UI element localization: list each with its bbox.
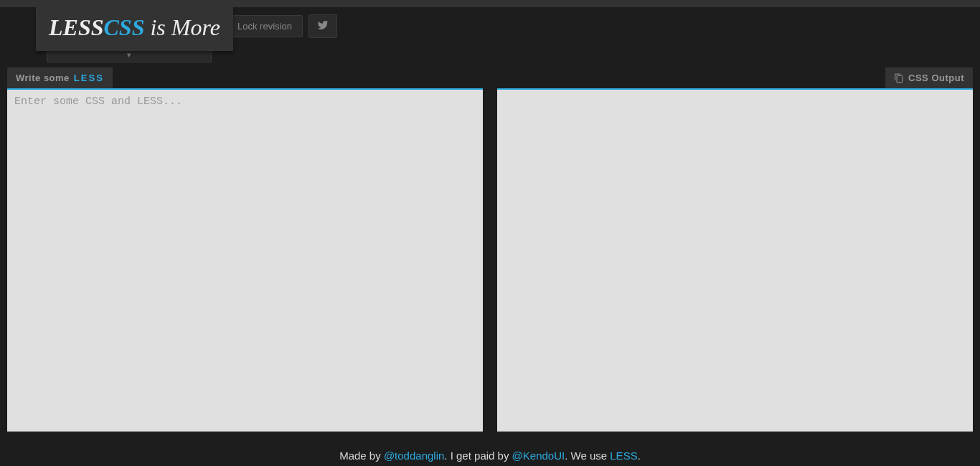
- twitter-icon: [316, 19, 329, 33]
- logo-part-css: CSS: [103, 14, 144, 40]
- logo-part-ismore: is More: [144, 14, 220, 40]
- footer-paid-link[interactable]: @KendoUI: [512, 449, 565, 462]
- twitter-button[interactable]: [308, 14, 337, 38]
- logo-text: LESSCSS is More: [49, 14, 220, 40]
- output-panel-body: [497, 88, 973, 432]
- dropdown-indicator: ▾: [127, 50, 131, 60]
- logo-part-less: LESS: [49, 14, 103, 40]
- less-input[interactable]: [14, 95, 476, 426]
- footer-made-by-text: Made by: [339, 449, 384, 462]
- output-panel: CSS Output: [497, 67, 973, 432]
- top-strip: [0, 0, 980, 7]
- output-panel-header: CSS Output: [885, 67, 973, 88]
- input-panel-header: Write some LESS: [7, 67, 113, 88]
- output-header-label: CSS Output: [908, 73, 964, 83]
- input-header-less: LESS: [74, 73, 104, 83]
- footer-end: .: [638, 449, 641, 462]
- panels-container: Write some LESS CSS Output: [0, 67, 980, 432]
- footer-paid-text: . I get paid by: [444, 449, 512, 462]
- lock-revision-label: Lock revision: [237, 21, 292, 32]
- header-controls: Lock revision: [215, 14, 337, 38]
- footer: Made by @toddanglin. I get paid by @Kend…: [0, 449, 980, 462]
- footer-use-link[interactable]: LESS: [610, 449, 637, 462]
- input-header-prefix: Write some: [16, 73, 70, 83]
- input-panel: Write some LESS: [7, 67, 483, 432]
- footer-use-text: . We use: [565, 449, 610, 462]
- input-panel-body: [7, 88, 483, 432]
- logo-box[interactable]: LESSCSS is More: [36, 7, 233, 51]
- header: LESSCSS is More Lock revision ▾: [0, 7, 980, 54]
- footer-made-by-link[interactable]: @toddanglin: [384, 449, 444, 462]
- copy-icon[interactable]: [894, 73, 904, 83]
